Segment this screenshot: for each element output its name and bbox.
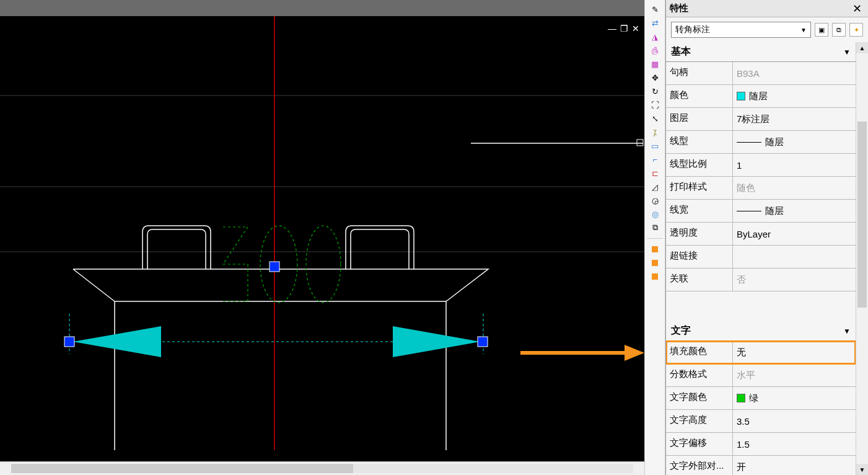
row-assoc[interactable]: 关联 否 [666,269,856,291]
polyline-icon[interactable]: ⌐ [648,154,662,165]
grid-icon[interactable]: ▦ [648,58,662,69]
svg-rect-14 [64,337,74,347]
drawing-svg [0,16,644,461]
row-hyperlink[interactable]: 超链接 [666,246,856,269]
rect-icon[interactable]: ▭ [648,140,662,151]
color-swatch [737,92,745,100]
right-toolstrip: ✎ ⇄ ◮ ௹ ▦ ✥ ↻ ⛶ ⤡ ⁒ ▭ ⌐ ⊏ ◿ ◶ ◎ ⧉ [644,0,665,475]
linetype-preview [737,142,761,143]
scroll-down-icon[interactable]: ▼ [856,464,868,475]
properties-panel: 特性 ✕ 转角标注 ▼ ▣ ⧉ ✦ 基本 ▼ 句柄 B93A [665,0,868,475]
row-textheight[interactable]: 文字高度 3.5 [666,410,856,433]
chevron-down-icon: ▼ [843,48,851,56]
fillet-icon[interactable]: ◶ [648,195,662,206]
panel-title: 特性 [670,2,688,14]
svg-point-8 [306,226,341,303]
paint-icon[interactable]: ◎ [648,208,662,220]
align-icon[interactable]: ⇄ [648,17,662,29]
hscroll-thumb[interactable] [11,464,353,473]
row-transparency[interactable]: 透明度 ByLayer [666,223,856,246]
svg-marker-18 [625,345,644,361]
chevron-down-icon: ▼ [800,27,807,33]
row-fracformat[interactable]: 分数格式 水平 [666,364,856,387]
divider-icon[interactable]: ⁒ [648,127,662,138]
row-textoffset[interactable]: 文字偏移 1.5 [666,433,856,456]
quickselect-button[interactable]: ▣ [815,23,828,37]
row-fillcolor[interactable]: 填充颜色 无 [666,341,856,364]
properties-scrollbar[interactable]: ▲ ▼ [856,42,868,475]
close-icon[interactable]: ✕ [850,2,864,16]
path-icon[interactable]: ௹ [648,45,662,56]
pickadd-button[interactable]: ⧉ [832,23,846,37]
lineweight-preview [737,211,761,211]
rotate-icon[interactable]: ↻ [648,86,662,97]
vscroll-thumb[interactable] [857,122,867,308]
orange-tool-3[interactable] [648,271,662,282]
selection-dropdown[interactable]: 转角标注 ▼ [671,22,811,38]
row-ltscale[interactable]: 线型比例 1 [666,154,856,177]
svg-rect-15 [478,337,488,347]
color-swatch [737,394,745,402]
svg-marker-12 [73,326,161,357]
scale-icon[interactable]: ⛶ [648,99,662,110]
section-text-header[interactable]: 文字 ▼ [666,321,856,341]
titlebar-stub [0,0,644,16]
orange-tool-1[interactable] [648,244,662,255]
horizontal-scrollbar[interactable] [0,461,644,475]
selection-row: 转角标注 ▼ ▣ ⧉ ✦ [666,17,868,42]
layer-tool-icon[interactable]: ⧉ [648,222,662,233]
move-icon[interactable]: ✥ [648,72,662,83]
properties-table: 基本 ▼ 句柄 B93A 颜色 随层 图层 7标注层 线型 随层 [666,42,856,475]
row-textcolor[interactable]: 文字颜色 绿 [666,387,856,410]
scroll-up-icon[interactable]: ▲ [856,42,868,53]
section-basic-header[interactable]: 基本 ▼ [666,42,856,62]
row-textoutside[interactable]: 文字外部对... 开 [666,456,856,475]
pencil-icon[interactable]: ✎ [648,4,662,15]
chamfer-icon[interactable]: ◿ [648,181,662,192]
svg-marker-13 [393,326,480,357]
drawing-canvas[interactable]: — ❐ ✕ [0,0,644,475]
row-color[interactable]: 颜色 随层 [666,85,856,108]
flash-button[interactable]: ✦ [849,23,863,37]
row-lineweight[interactable]: 线宽 随层 [666,200,856,223]
stretch-icon[interactable]: ⤡ [648,113,662,124]
chevron-down-icon: ▼ [843,327,851,335]
orange-tool-2[interactable] [648,257,662,269]
mirror-icon[interactable]: ◮ [648,31,662,42]
selection-label: 转角标注 [675,24,710,35]
row-layer[interactable]: 图层 7标注层 [666,108,856,131]
break-icon[interactable]: ⊏ [648,167,662,179]
row-plotstyle[interactable]: 打印样式 随色 [666,177,856,200]
svg-rect-16 [270,262,279,272]
properties-header: 特性 ✕ [666,0,868,17]
svg-rect-5 [637,140,643,146]
row-handle[interactable]: 句柄 B93A [666,62,856,85]
row-linetype[interactable]: 线型 随层 [666,131,856,154]
